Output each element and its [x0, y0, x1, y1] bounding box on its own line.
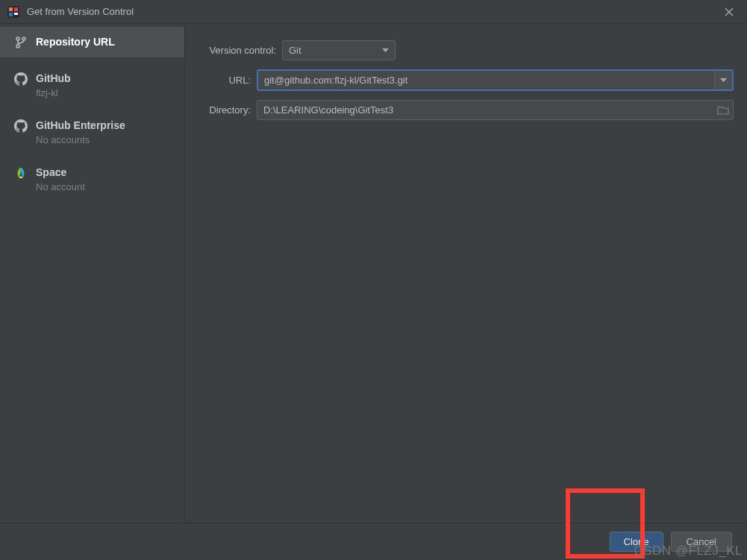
- version-control-row: Version control: Git: [193, 40, 734, 60]
- url-label: URL:: [193, 75, 257, 86]
- url-history-button[interactable]: [714, 71, 732, 89]
- sidebar-item-repository-url[interactable]: Repository URL: [0, 27, 184, 57]
- sidebar-item-sub: No accounts: [36, 134, 125, 145]
- svg-rect-4: [14, 13, 18, 15]
- sidebar-item-github-enterprise[interactable]: GitHub Enterprise No accounts: [0, 104, 184, 151]
- url-row: URL:: [193, 69, 734, 91]
- directory-field-wrap: [257, 100, 734, 120]
- url-field-wrap: [257, 69, 734, 91]
- sidebar-item-label: GitHub Enterprise: [36, 118, 125, 133]
- svg-rect-1: [9, 7, 13, 11]
- sidebar-item-space[interactable]: Space No account: [0, 151, 184, 198]
- directory-label: Directory:: [193, 104, 257, 116]
- sidebar-item-label: Space: [36, 165, 85, 180]
- svg-point-5: [16, 37, 19, 40]
- version-control-combo[interactable]: Git: [282, 40, 396, 60]
- svg-rect-3: [9, 13, 13, 16]
- branch-icon: [13, 35, 28, 50]
- sidebar-item-label: Repository URL: [36, 34, 115, 49]
- clone-button[interactable]: Clone: [610, 532, 663, 552]
- chevron-down-icon: [720, 78, 727, 83]
- body: Repository URL GitHub flzj-kl GitHub Ent…: [0, 24, 747, 523]
- directory-row: Directory:: [193, 100, 734, 120]
- sidebar-item-github[interactable]: GitHub flzj-kl: [0, 57, 184, 104]
- main-panel: Version control: Git URL:: [185, 24, 747, 523]
- url-input[interactable]: [258, 71, 714, 89]
- footer: Clone Cancel: [0, 523, 747, 560]
- chevron-down-icon: [382, 48, 389, 53]
- sidebar-item-label: GitHub: [36, 71, 71, 86]
- version-control-value: Git: [289, 45, 360, 56]
- sidebar-item-sub: flzj-kl: [36, 87, 71, 98]
- folder-icon: [717, 105, 729, 116]
- svg-point-7: [16, 45, 19, 48]
- app-icon: [7, 6, 19, 18]
- svg-point-6: [22, 37, 25, 40]
- directory-input[interactable]: [257, 101, 713, 119]
- cancel-button[interactable]: Cancel: [671, 532, 732, 552]
- sidebar-item-sub: No account: [36, 181, 85, 192]
- titlebar: Get from Version Control: [0, 0, 747, 24]
- browse-directory-button[interactable]: [713, 101, 733, 119]
- window-title: Get from Version Control: [27, 6, 719, 17]
- svg-rect-2: [14, 7, 18, 11]
- space-icon: [13, 166, 28, 180]
- github-icon: [13, 72, 28, 86]
- version-control-label: Version control:: [193, 45, 282, 56]
- sidebar: Repository URL GitHub flzj-kl GitHub Ent…: [0, 24, 185, 523]
- github-icon: [13, 119, 28, 133]
- close-button[interactable]: [719, 1, 740, 22]
